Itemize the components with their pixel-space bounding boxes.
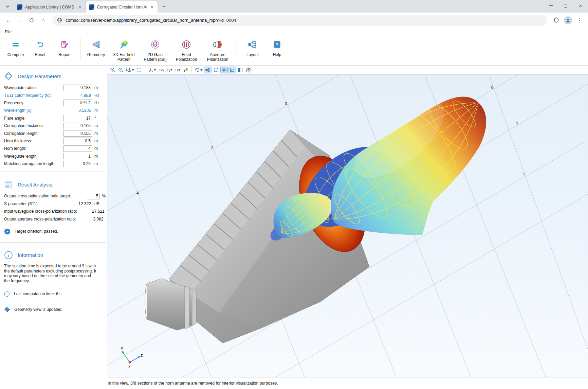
layout-button[interactable]: Layout — [240, 37, 265, 57]
extensions-button[interactable] — [551, 15, 562, 25]
home-button[interactable]: ⌂ — [38, 15, 48, 25]
minimize-button[interactable] — [543, 0, 558, 11]
back-button[interactable]: ← — [3, 15, 14, 25]
toolbar-separator — [191, 67, 192, 73]
param-unit: m — [94, 146, 103, 151]
default-view-button[interactable] — [147, 67, 157, 73]
tab-corrugated-horn[interactable]: Corrugated Circular Horn Anten × — [86, 1, 158, 13]
flare-angle-input[interactable] — [63, 115, 92, 121]
maximize-icon — [564, 4, 567, 7]
tab-application-library[interactable]: Application Library | COMSOL S × — [14, 1, 86, 13]
gain-pattern-button[interactable]: 2D Gain Pattern (dBi) — [140, 37, 171, 62]
grid-toggle[interactable] — [220, 67, 228, 73]
toolbar-separator — [145, 67, 145, 73]
tab-close-icon[interactable]: × — [77, 4, 82, 10]
projection-toggle[interactable] — [212, 67, 220, 73]
param-row: Corrugation length: m — [0, 129, 106, 137]
help-button[interactable]: ? Help — [265, 37, 289, 57]
far-field-pattern-button[interactable]: 3D Far-field Pattern — [108, 37, 140, 62]
address-bar[interactable]: comsol.com/server-demo/app/library_corru… — [52, 15, 547, 26]
comsol-favicon-icon — [17, 4, 22, 10]
profile-button[interactable] — [563, 15, 573, 25]
antenna-scene — [107, 75, 588, 377]
up-arrow-icon: ↑ — [174, 68, 177, 72]
snapshot-button[interactable] — [245, 67, 252, 73]
param-label: Waveguide radius: — [4, 85, 63, 90]
result-row: S-parameter (S11): -12.322 dB — [0, 200, 106, 208]
browser-menu-button[interactable]: ⋮ — [574, 15, 585, 25]
aperture-polarization-button[interactable]: Aperture Polarization — [202, 37, 233, 62]
up-arrow-icon: ↑ — [166, 68, 168, 72]
s-parameter-value: -12.322 — [63, 201, 92, 206]
window-controls: × — [543, 0, 588, 11]
maximize-button[interactable] — [558, 0, 573, 11]
param-row: Waveguide length: m — [0, 153, 106, 160]
browser-tab-strip: Application Library | COMSOL S × Corruga… — [0, 0, 588, 13]
comsol-favicon-icon — [89, 4, 94, 10]
rotate-button[interactable] — [194, 67, 203, 73]
view-xy-button[interactable]: ↑xy — [158, 67, 165, 73]
zoom-in-button[interactable] — [109, 67, 116, 73]
view-xz-button[interactable]: ↑xz — [174, 67, 181, 73]
dropdown-caret-icon — [132, 69, 134, 71]
axis-tick: -2 — [210, 145, 214, 150]
aperture-polarization-icon — [212, 39, 223, 50]
section-title: Result Analysis — [18, 182, 52, 188]
forward-button[interactable]: → — [15, 15, 25, 25]
graphics-area: ↑xy ↑yz ↑xz — [106, 66, 588, 389]
tab-close-icon[interactable]: × — [149, 4, 155, 10]
param-row: Horn length: m — [0, 145, 106, 152]
frequency-input[interactable] — [63, 100, 92, 106]
transparency-icon — [205, 67, 210, 73]
app-menu-bar: File — [0, 28, 588, 36]
plot-settings-toggle[interactable] — [228, 67, 236, 73]
waveguide-length-input[interactable] — [63, 153, 92, 159]
chevron-down-icon — [6, 4, 9, 8]
close-button[interactable]: × — [573, 0, 588, 11]
horn-thickness-input[interactable] — [63, 138, 92, 144]
geometry-view-status: Geometry view is updated. — [0, 297, 106, 313]
new-tab-button[interactable]: + — [160, 2, 168, 11]
tab-search-button[interactable] — [3, 2, 12, 11]
compute-button[interactable]: Compute — [3, 37, 28, 57]
param-label: Flare angle: — [4, 116, 63, 121]
transparency-toggle[interactable] — [204, 67, 212, 73]
input-cross-polarization-value: 17.621 — [77, 209, 106, 214]
file-menu[interactable]: File — [5, 30, 12, 34]
zoom-out-button[interactable] — [117, 67, 125, 73]
waveguide-radius-input[interactable] — [63, 85, 92, 91]
horn-length-input[interactable] — [63, 145, 92, 152]
last-computation-status: i Last computation time: 6 s — [0, 284, 106, 297]
corrugation-length-input[interactable] — [63, 130, 92, 137]
result-row: Input waveguide cross-polarization ratio… — [0, 208, 106, 215]
report-button[interactable]: Report — [52, 37, 77, 57]
matching-corrugation-length-input[interactable] — [63, 161, 92, 167]
projection-box-icon — [213, 67, 219, 73]
settings-panel: Design Parameters Waveguide radius: m TE… — [0, 66, 106, 389]
corrugation-thickness-input[interactable] — [63, 123, 92, 129]
tab-title: Corrugated Circular Horn Anten — [97, 5, 147, 10]
reset-button[interactable]: Reset — [28, 37, 52, 57]
info-small-icon: i — [4, 291, 10, 297]
zoom-box-button[interactable] — [125, 67, 135, 73]
view-yz-button[interactable]: ↑yz — [166, 67, 173, 73]
feed-polarization-button[interactable]: Feed Polarization — [171, 37, 202, 62]
ribbon-separator — [237, 38, 237, 61]
3d-view-canvas[interactable]: 0 -2 -4 0 -1 1 y z x — [107, 74, 588, 377]
feed-polarization-icon — [181, 39, 191, 50]
contrast-toggle[interactable] — [237, 67, 244, 73]
param-unit: m — [94, 139, 103, 143]
cross-polarization-target-input[interactable] — [87, 193, 100, 199]
scene-light-button[interactable] — [182, 67, 189, 73]
reload-button[interactable] — [26, 15, 37, 25]
target-criterion-status: Target criterion: passed. — [0, 223, 106, 235]
triad-x-label: x — [128, 364, 131, 369]
param-unit: m — [94, 85, 103, 90]
result-label: Input waveguide cross-polarization ratio… — [4, 209, 77, 214]
play-status-icon — [4, 228, 11, 235]
param-row: Corrugation thickness m — [0, 122, 106, 129]
geometry-button[interactable]: Geometry — [84, 37, 108, 57]
kebab-menu-icon: ⋮ — [577, 17, 582, 23]
plot-icon — [229, 67, 235, 73]
zoom-extents-button[interactable] — [135, 67, 143, 73]
